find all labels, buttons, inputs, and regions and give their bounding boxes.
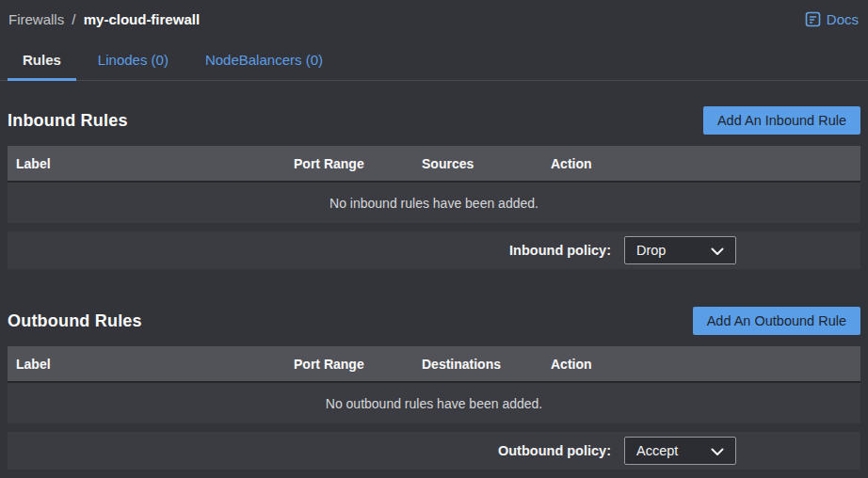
inbound-rules-title: Inbound Rules (8, 111, 128, 131)
outbound-table-header: Label Port Range Destinations Action (8, 346, 860, 381)
outbound-empty-message: No outbound rules have been added. (8, 381, 860, 423)
inbound-policy-select[interactable]: Drop (624, 236, 736, 264)
chevron-down-icon (711, 246, 724, 256)
outbound-column-label: Label (16, 357, 294, 372)
page-title: my-cloud-firewall (84, 11, 200, 27)
inbound-policy-label: Inbound policy: (509, 243, 611, 258)
tab-nodebalancers[interactable]: NodeBalancers (0) (190, 40, 338, 80)
outbound-policy-select[interactable]: Accept (624, 437, 736, 465)
inbound-column-port-range: Port Range (294, 156, 422, 171)
top-bar: Firewalls / my-cloud-firewall Docs (0, 0, 868, 28)
docs-link-label: Docs (827, 11, 859, 27)
inbound-policy-value: Drop (636, 243, 666, 258)
outbound-policy-row: Outbound policy: Accept (8, 432, 860, 470)
outbound-column-action: Action (551, 357, 860, 372)
docs-link[interactable]: Docs (805, 11, 859, 27)
breadcrumb: Firewalls / my-cloud-firewall (8, 11, 200, 27)
inbound-section-header: Inbound Rules Add An Inbound Rule (0, 106, 868, 135)
chevron-down-icon (711, 446, 724, 456)
tab-linodes[interactable]: Linodes (0) (83, 40, 184, 80)
outbound-policy-value: Accept (636, 443, 678, 458)
inbound-policy-row: Inbound policy: Drop (8, 231, 860, 269)
add-inbound-rule-button[interactable]: Add An Inbound Rule (703, 106, 860, 135)
add-outbound-rule-button[interactable]: Add An Outbound Rule (693, 307, 860, 335)
docs-document-icon (805, 11, 821, 27)
inbound-table-header: Label Port Range Sources Action (8, 146, 860, 181)
outbound-section-header: Outbound Rules Add An Outbound Rule (0, 307, 868, 335)
inbound-column-sources: Sources (422, 156, 551, 171)
breadcrumb-separator: / (72, 11, 75, 27)
inbound-rules-table: Label Port Range Sources Action No inbou… (8, 146, 860, 223)
inbound-column-action: Action (551, 156, 860, 171)
breadcrumb-firewalls-link[interactable]: Firewalls (8, 11, 64, 27)
outbound-rules-table: Label Port Range Destinations Action No … (8, 346, 860, 423)
outbound-column-port-range: Port Range (294, 357, 422, 372)
outbound-rules-title: Outbound Rules (8, 311, 142, 331)
inbound-empty-message: No inbound rules have been added. (8, 181, 860, 223)
inbound-column-label: Label (16, 156, 294, 171)
outbound-column-destinations: Destinations (422, 357, 551, 372)
outbound-policy-label: Outbound policy: (498, 443, 611, 458)
tab-bar: Rules Linodes (0) NodeBalancers (0) (0, 40, 868, 81)
tab-rules[interactable]: Rules (8, 40, 76, 80)
